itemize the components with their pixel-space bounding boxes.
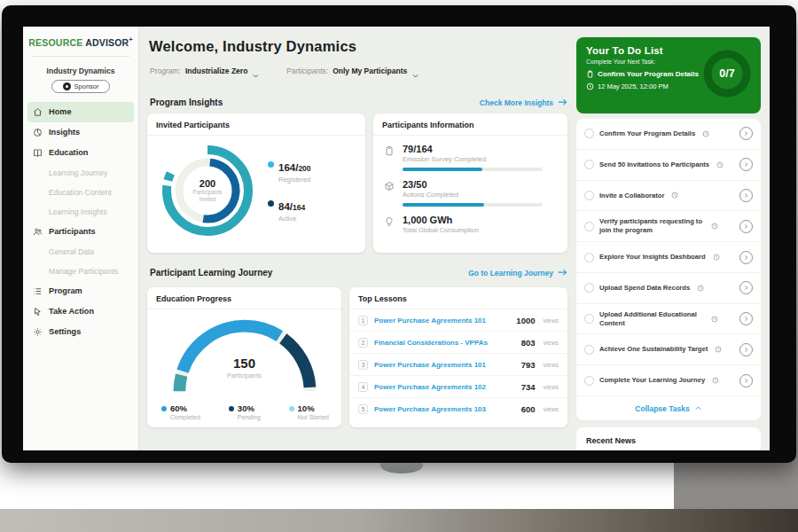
clock-icon [711,223,718,230]
task-row[interactable]: Invite a Collaborator [576,181,761,212]
todo-due-date: 12 May 2025, 12:00 PM [598,82,669,90]
check-more-insights-link[interactable]: Check More Insights [480,98,567,107]
go-to-learning-journey-link[interactable]: Go to Learning Journey [468,269,567,278]
task-go-button[interactable] [739,343,753,356]
task-checkbox[interactable] [584,376,594,386]
sidebar-item-insights[interactable]: Insights [27,122,134,143]
lesson-link[interactable]: Power Purchase Agreements 102 [374,383,515,391]
list-icon [33,286,43,296]
task-checkbox[interactable] [584,283,594,293]
gear-icon [33,327,43,337]
task-go-button[interactable] [739,251,753,264]
task-checkbox[interactable] [584,191,594,200]
task-checkbox[interactable] [584,345,594,355]
rank-badge: 1 [358,316,368,325]
org-name: Industry Dynamics [23,66,138,75]
task-row[interactable]: Upload Spend Data Records [576,273,761,304]
sponsor-badge-label: Sponsor [74,82,99,90]
sidebar-item-home[interactable]: Home [27,102,134,122]
rank-badge: 4 [358,382,368,392]
sidebar-item-manage-participants[interactable]: Manage Participants [27,262,134,281]
task-checkbox[interactable] [584,314,594,324]
sidebar-item-education[interactable]: Education [27,143,134,163]
task-go-button[interactable] [739,281,753,294]
lesson-row[interactable]: 5 Power Purchase Agreements 103 600 view… [349,398,567,420]
section-title: Program Insights [150,98,223,107]
participants-dropdown[interactable]: Participants: Only My Participants [286,66,419,75]
sidebar-item-learning-journey[interactable]: Learning Journey [27,163,134,183]
task-go-button[interactable] [739,158,753,171]
page-title: Welcome, Industry Dynamics [149,38,356,55]
task-checkbox[interactable] [584,160,594,169]
sidebar-item-take-action[interactable]: Take Action [27,301,134,322]
invited-participants-card: Invited Participants 200 [147,113,365,253]
task-go-button[interactable] [739,312,753,325]
lesson-link[interactable]: Power Purchase Agreements 103 [374,405,515,413]
insights-pie-icon [33,128,43,137]
legend-dot [268,200,274,207]
lesson-row[interactable]: 3 Power Purchase Agreements 101 793 view… [349,354,567,376]
home-icon [33,107,43,117]
task-row[interactable]: Upload Additional Educational Content [576,304,761,335]
legend-dot [289,406,294,411]
donut-center-value: 200 [200,178,215,189]
task-go-button[interactable] [739,127,753,140]
lesson-row[interactable]: 2 Financial Considerations - VPPAs 803 v… [349,332,567,354]
lightbulb-icon [384,216,395,227]
task-row[interactable]: Verify participants requesting to join t… [576,211,761,242]
sidebar-item-general-data[interactable]: General Data [27,242,134,262]
chevron-down-icon [411,67,419,75]
section-title: Participant Learning Journey [150,268,272,278]
recent-news-title: Recent News [586,436,636,445]
task-row[interactable]: Confirm Your Program Details [576,119,761,150]
donut-center-label: Participants Invited [193,189,223,203]
sidebar: RESOURCE ADVISOR+ Industry Dynamics Spon… [23,27,139,450]
sidebar-item-label: Learning Insights [49,207,106,216]
lesson-row[interactable]: 1 Power Purchase Agreements 101 1000 vie… [349,309,567,332]
clock-icon [697,285,704,292]
lesson-link[interactable]: Financial Considerations - VPPAs [374,339,515,347]
task-go-button[interactable] [739,374,753,387]
lesson-link[interactable]: Power Purchase Agreements 101 [374,361,515,369]
task-checkbox[interactable] [584,129,594,138]
todo-title: Your To Do List [586,45,699,56]
lesson-row[interactable]: 4 Power Purchase Agreements 102 734 view… [349,376,567,398]
filters-row: Program: Industrialize Zero Participants… [150,66,419,75]
task-go-button[interactable] [739,189,753,202]
task-row[interactable]: Complete Your Learning Journey [576,365,761,396]
legend-dot [161,406,167,411]
clock-icon [711,316,718,323]
sidebar-item-settings[interactable]: Settings [27,322,134,342]
arrow-right-icon [558,269,567,277]
lesson-link[interactable]: Power Purchase Agreements 101 [374,317,510,325]
education-gauge-chart: 150 Participants [158,313,332,398]
sidebar-item-program[interactable]: Program [27,281,134,301]
legend-pending: 30% Pending [229,403,261,420]
progress-fill [403,168,482,171]
todo-next-task: Confirm Your Program Details [598,70,699,78]
sidebar-item-label: Settings [49,327,81,336]
sponsor-badge: Sponsor [51,80,110,93]
desk-edge [0,509,798,532]
sidebar-item-learning-insights[interactable]: Learning Insights [27,202,134,222]
task-row[interactable]: Send 50 Invitations to Participants [576,150,761,181]
card-title: Invited Participants [147,113,365,136]
task-checkbox[interactable] [584,253,594,262]
task-row[interactable]: Explore Your Insights Dashboard [576,242,761,273]
clock-icon [671,192,678,199]
sidebar-item-label: Participants [49,227,96,236]
program-dropdown[interactable]: Program: Industrialize Zero [150,66,260,75]
sidebar-item-label: Education [49,148,88,157]
task-checkbox[interactable] [584,222,594,231]
sidebar-item-participants[interactable]: Participants [27,222,134,242]
task-row[interactable]: Achieve One Sustainability Target [576,334,761,365]
task-go-button[interactable] [739,220,753,233]
sidebar-item-education-content[interactable]: Education Content [27,183,134,202]
clock-icon [712,377,719,384]
legend-dot [229,406,234,411]
link-label: Check More Insights [480,98,553,107]
arrow-right-icon [558,98,567,106]
card-title: Participants Information [373,113,567,136]
collapse-tasks-link[interactable]: Collapse Tasks [576,396,761,420]
sidebar-item-label: Program [49,286,82,295]
